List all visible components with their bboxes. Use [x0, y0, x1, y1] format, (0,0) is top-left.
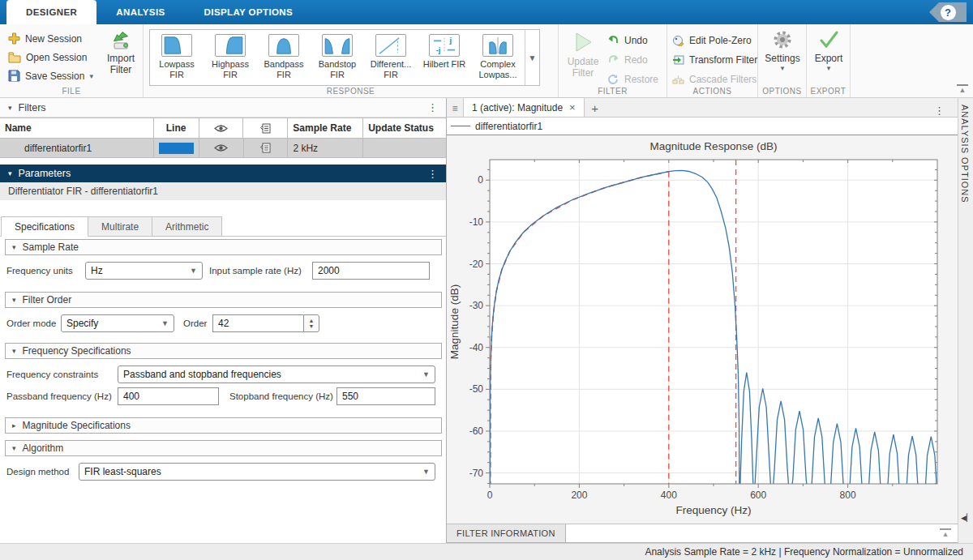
collapse-triangle-icon[interactable]: ▾ [8, 169, 12, 177]
tab-analysis[interactable]: ANALYSIS [96, 0, 184, 24]
svg-text:Magnitude (dB): Magnitude (dB) [448, 284, 461, 359]
minimize-toolstrip-button[interactable]: ▲ [957, 84, 968, 94]
tab-multirate[interactable]: Multirate [88, 216, 152, 237]
filters-panel-title: Filters [19, 102, 46, 113]
frequency-units-label: Frequency units [6, 266, 73, 276]
export-dropdown-arrow[interactable]: ▾ [810, 64, 847, 72]
column-update-status[interactable]: Update Status [363, 118, 446, 139]
svg-text:-70: -70 [469, 468, 484, 479]
save-session-button[interactable]: Save Session ▾ [8, 67, 93, 84]
filters-panel-header[interactable]: ▾ Filters ⋮ [0, 98, 446, 118]
import-filter-button[interactable]: Import Filter [102, 31, 139, 75]
dock-left-icon[interactable]: ◀▏ [961, 514, 972, 522]
expand-panel-icon[interactable]: ▲ [940, 528, 951, 538]
parameters-panel-header[interactable]: ▾ Parameters ⋮ [0, 165, 446, 182]
filter-sample-rate-cell[interactable]: 2 kHz [288, 139, 363, 158]
update-filter-button[interactable]: Update Filter [562, 31, 604, 79]
transform-filter-button[interactable]: Transform Filter [672, 51, 757, 68]
cascade-filters-button[interactable]: Cascade Filters [672, 71, 757, 88]
open-session-button[interactable]: Open Session [8, 49, 93, 66]
column-line[interactable]: Line [154, 118, 199, 139]
filter-information-button[interactable]: FILTER INFORMATION [447, 524, 566, 543]
spinner-up-icon[interactable]: ▲ [309, 318, 315, 323]
svg-text:-j: -j [436, 46, 441, 54]
order-spinner[interactable]: ▲▼ [212, 314, 319, 332]
chevron-down-icon: ▼ [156, 319, 169, 327]
filter-table-row[interactable]: differentiatorfir1 2 kHz [0, 139, 446, 158]
ribbon-section-export: Export ▾ EXPORT [807, 24, 851, 97]
section-filter-order[interactable]: ▾Filter Order [5, 292, 442, 308]
response-highpass-fir[interactable]: HighpassFIR [204, 30, 257, 85]
filter-name-cell[interactable]: differentiatorfir1 [0, 139, 154, 158]
column-visibility[interactable] [199, 118, 244, 139]
analysis-options-label[interactable]: ANALYSIS OPTIONS [960, 105, 970, 203]
svg-text:Frequency (Hz): Frequency (Hz) [675, 504, 751, 516]
redo-button[interactable]: Redo [607, 51, 658, 68]
plot-legend: differentiatorfir1 [447, 118, 958, 135]
stopband-frequency-label: Stopband frequency (Hz) [229, 391, 333, 401]
tab-specifications[interactable]: Specifications [1, 216, 88, 237]
svg-text:200: 200 [571, 489, 587, 501]
filter-line-cell[interactable] [154, 139, 199, 158]
column-name[interactable]: Name [0, 118, 154, 139]
frequency-units-select[interactable]: Hz▼ [85, 262, 203, 280]
line-color-swatch[interactable] [159, 143, 194, 154]
magnitude-response-chart[interactable]: 02004006008000-10-20-30-40-50-60-70Magni… [447, 135, 958, 524]
app-tab-bar: DESIGNER ANALYSIS DISPLAY OPTIONS ? [0, 0, 973, 24]
response-complex-lowpass[interactable]: ComplexLowpas... [471, 30, 525, 85]
collapse-triangle-icon[interactable]: ▾ [8, 104, 12, 112]
stopband-frequency-field[interactable] [336, 387, 435, 405]
column-sample-rate[interactable]: Sample Rate [288, 118, 363, 139]
tab-designer[interactable]: DESIGNER [6, 0, 96, 24]
section-frequency-specifications[interactable]: ▾Frequency Specifications [5, 343, 442, 359]
band-frequencies-row: Passband frequency (Hz) Stopband frequen… [0, 386, 447, 407]
highpass-icon [215, 34, 246, 57]
design-method-label: Design method [6, 467, 69, 477]
parameters-kebab-menu-icon[interactable]: ⋮ [427, 168, 438, 180]
legend-label: differentiatorfir1 [475, 121, 542, 132]
response-bandstop-fir[interactable]: BandstopFIR [311, 30, 364, 85]
filter-information-bar: FILTER INFORMATION ▲ [447, 524, 958, 543]
spinner-buttons[interactable]: ▲▼ [303, 314, 319, 332]
restore-button[interactable]: Restore [607, 71, 658, 88]
help-button[interactable]: ? [941, 5, 956, 20]
tab-arithmetic[interactable]: Arithmetic [152, 216, 222, 237]
viewer-kebab-menu-icon[interactable]: ⋮ [934, 105, 945, 117]
spinner-down-icon[interactable]: ▼ [309, 323, 315, 329]
svg-text:-30: -30 [469, 300, 484, 311]
settings-button[interactable]: Settings ▾ [762, 29, 803, 72]
filter-annotation-cell[interactable] [244, 139, 289, 158]
section-magnitude-specifications[interactable]: ▸Magnitude Specifications [5, 417, 442, 434]
undo-button[interactable]: Undo [607, 32, 658, 49]
frequency-constraints-select[interactable]: Passband and stopband frequencies▼ [118, 365, 435, 383]
filter-visibility-cell[interactable] [199, 139, 244, 158]
response-lowpass-fir[interactable]: LowpassFIR [150, 30, 204, 85]
order-mode-select[interactable]: Specify▼ [61, 314, 174, 332]
save-session-dropdown-arrow[interactable]: ▾ [89, 72, 93, 80]
status-text: Analysis Sample Rate = 2 kHz | Frequency… [645, 546, 963, 558]
input-sample-rate-field[interactable] [312, 262, 430, 280]
section-sample-rate[interactable]: ▾Sample Rate [5, 239, 442, 255]
settings-dropdown-arrow[interactable]: ▾ [762, 64, 803, 72]
magnitude-tab[interactable]: 1 (active): Magnitude × [463, 97, 585, 117]
filter-update-status-cell[interactable] [363, 139, 446, 158]
export-button[interactable]: Export ▾ [810, 29, 847, 72]
new-tab-button[interactable]: + [585, 101, 606, 115]
response-gallery-expand-arrow[interactable]: ▼ [525, 30, 539, 85]
design-method-select[interactable]: FIR least-squares▼ [79, 463, 435, 481]
response-hilbert-fir[interactable]: j-j Hilbert FIR [418, 30, 471, 85]
tab-display-options[interactable]: DISPLAY OPTIONS [185, 0, 313, 24]
new-session-button[interactable]: New Session [8, 30, 93, 47]
edit-pole-zero-button[interactable]: Edit Pole-Zero [672, 32, 757, 49]
viewer-tab-bar: ≡ 1 (active): Magnitude × + ⋮ [447, 98, 958, 118]
tab-list-icon[interactable]: ≡ [447, 103, 463, 114]
order-field[interactable] [212, 314, 303, 332]
close-tab-icon[interactable]: × [569, 101, 576, 113]
column-annotation[interactable] [243, 118, 288, 139]
response-bandpass-fir[interactable]: BandpassFIR [257, 30, 311, 85]
passband-frequency-field[interactable] [118, 387, 219, 405]
ribbon-section-filter: Update Filter Undo Redo Restore FILTER [559, 24, 667, 97]
section-algorithm[interactable]: ▾Algorithm [5, 440, 442, 456]
response-differentiator-fir[interactable]: Different...FIR [364, 30, 418, 85]
filters-kebab-menu-icon[interactable]: ⋮ [427, 101, 438, 113]
